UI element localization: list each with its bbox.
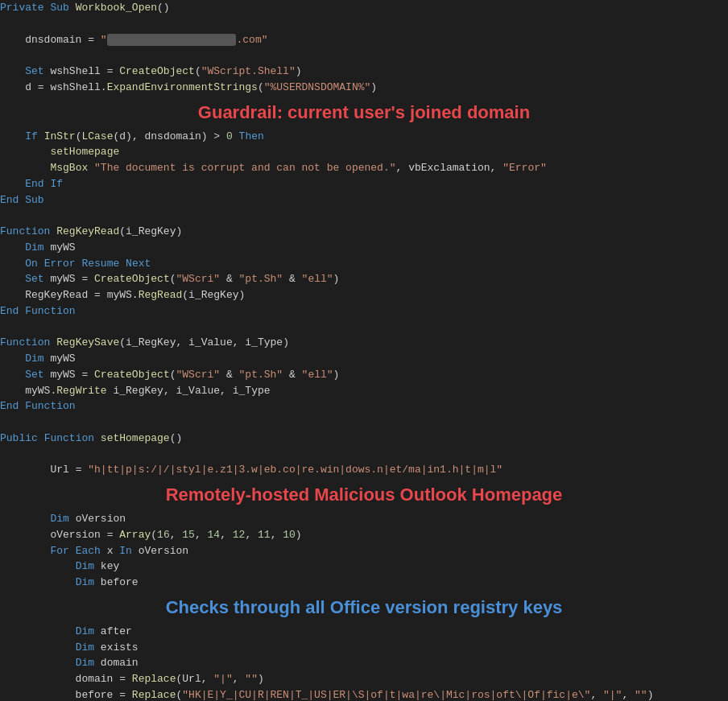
code-pre4: Dim after Dim exists Dim domain domain =…	[0, 624, 728, 701]
annotation-malicious: Remotely-hosted Malicious Outlook Homepa…	[0, 478, 728, 511]
code-pre2: If InStr(LCase(d), dnsdomain) > 0 Then s…	[0, 129, 728, 479]
code-pre3: Dim oVersion oVersion = Array(16, 15, 14…	[0, 511, 728, 591]
code-pre: Private Sub Workbook_Open() dnsdomain = …	[0, 0, 728, 96]
code-container: Private Sub Workbook_Open() dnsdomain = …	[0, 0, 728, 701]
annotation-guardrail: Guardrail: current user's joined domain	[0, 96, 728, 129]
annotation-checks: Checks through all Office version regist…	[0, 591, 728, 624]
